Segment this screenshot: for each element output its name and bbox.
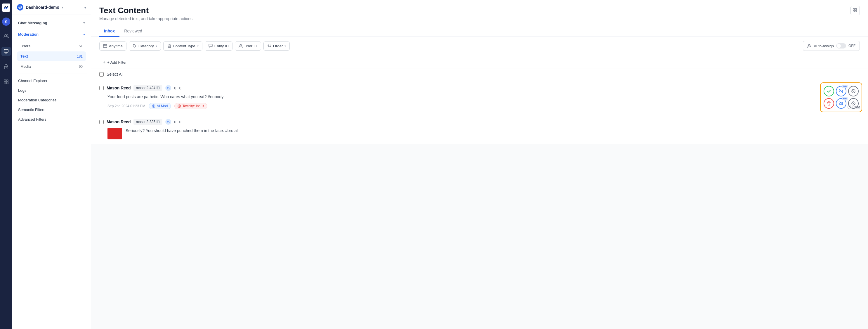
anytime-filter[interactable]: Anytime	[99, 41, 126, 51]
grid-nav-icon[interactable]	[1, 77, 11, 87]
logo[interactable]	[2, 3, 10, 12]
chat-messaging-section[interactable]: Chat Messaging ▾	[14, 19, 89, 27]
moderation-nav-icon[interactable]	[1, 47, 11, 56]
svg-rect-5	[4, 80, 6, 82]
svg-rect-32	[848, 106, 851, 108]
svg-rect-16	[209, 44, 212, 47]
svg-rect-7	[4, 82, 6, 84]
copy-icon-2[interactable]	[157, 120, 160, 124]
users-nav-icon[interactable]	[1, 32, 11, 41]
entity-id-filter-label: Entity ID	[214, 44, 229, 48]
chat-bubble-icon	[209, 44, 213, 48]
ban-icon-1	[851, 89, 856, 93]
svg-rect-33	[157, 121, 159, 123]
page-title: Text Content	[99, 6, 860, 15]
user-id-filter-label: User ID	[244, 44, 257, 48]
filter-bar: Anytime Category ▾ Content Type ▾	[91, 37, 868, 55]
svg-line-28	[852, 90, 855, 92]
item1-count1: 0	[174, 86, 176, 90]
content-type-filter[interactable]: Content Type ▾	[163, 41, 203, 51]
sidebar-item-text[interactable]: Text 181	[17, 52, 86, 61]
user-id-filter[interactable]: User ID	[235, 41, 261, 51]
item1-count2: 0	[179, 86, 181, 90]
sidebar-collapse-button[interactable]: ◂	[84, 5, 86, 10]
svg-rect-6	[6, 80, 8, 82]
users-item-label: Users	[21, 44, 30, 48]
auto-assign-state: OFF	[848, 44, 856, 48]
svg-rect-14	[103, 44, 107, 48]
select-all-checkbox[interactable]	[99, 72, 104, 77]
auto-assign-label: Auto-assign	[814, 44, 834, 48]
approve-button[interactable]	[824, 86, 834, 96]
item2-text: Seriously? You should have punched them …	[126, 128, 238, 134]
chat-link-label: Chat	[852, 105, 860, 109]
item1-meta: Sep 2nd 2024 01:23 PM AI Mod Toxicity: I…	[107, 103, 860, 109]
project-icon	[17, 4, 23, 10]
ban-button-1[interactable]	[848, 86, 859, 96]
users-item-count: 51	[79, 44, 83, 48]
project-selector[interactable]: Dashboard-demo ▾	[17, 4, 63, 10]
mute-badge-2: 24h	[842, 97, 847, 100]
category-chevron-icon: ▾	[156, 44, 157, 48]
item1-tag-ai[interactable]: AI Mod	[149, 103, 171, 109]
delete-button[interactable]	[824, 98, 834, 109]
tabs: Inbox Reviewed	[99, 26, 860, 36]
page-header: Text Content Manage detected text, and t…	[91, 0, 868, 37]
mute-icon-1	[839, 89, 843, 93]
chat-link-icon	[847, 106, 851, 109]
content-list: Select All Mason Reed mason2-424	[91, 68, 868, 329]
lock-nav-icon[interactable]	[1, 62, 11, 71]
moderation-section[interactable]: Moderation ▴	[14, 30, 89, 39]
text-item-label: Text	[21, 54, 28, 58]
entity-id-filter[interactable]: Entity ID	[205, 41, 232, 51]
auto-assign-toggle[interactable]: Auto-assign OFF	[803, 41, 860, 51]
item2-count2: 0	[179, 120, 181, 124]
item2-checkbox[interactable]	[99, 120, 104, 124]
item1-entity-id: mason2-424	[136, 86, 155, 90]
text-item-count: 181	[77, 54, 83, 58]
item2-author: Mason Reed	[106, 120, 130, 124]
tab-inbox[interactable]: Inbox	[99, 26, 120, 37]
item2-user-icon	[165, 119, 171, 125]
sidebar-item-channel-explorer[interactable]: Channel Explorer	[14, 76, 89, 85]
svg-point-15	[134, 45, 134, 46]
content-type-filter-label: Content Type	[173, 44, 195, 48]
category-filter[interactable]: Category ▾	[129, 41, 161, 51]
nav-bar: S	[0, 0, 12, 329]
sidebar-item-semantic-filters[interactable]: Semantic Filters	[14, 105, 89, 114]
main-content: Text Content Manage detected text, and t…	[91, 0, 868, 329]
svg-rect-2	[4, 49, 8, 52]
media-item-label: Media	[21, 64, 31, 69]
profile-icon[interactable]: S	[2, 18, 10, 26]
item2-entity-badge: mason2-325	[133, 119, 162, 125]
item1-time: Sep 2nd 2024 01:23 PM	[107, 104, 145, 108]
svg-point-22	[153, 106, 154, 107]
item1-text: Your food posts are pathetic. Who cares …	[107, 94, 860, 100]
anytime-filter-label: Anytime	[109, 44, 123, 48]
item1-user-icon	[165, 85, 171, 91]
sidebar-item-advanced-filters[interactable]: Advanced Filters	[14, 115, 89, 124]
project-name: Dashboard-demo	[26, 5, 59, 10]
media-item-count: 90	[79, 65, 83, 69]
mute-24h-button-1[interactable]: 24h	[836, 86, 846, 96]
sidebar-item-moderation-categories[interactable]: Moderation Categories	[14, 95, 89, 104]
item1-author: Mason Reed	[106, 86, 130, 90]
tab-reviewed[interactable]: Reviewed	[120, 26, 147, 37]
sidebar-item-users[interactable]: Users 51	[17, 41, 86, 51]
auto-assign-toggle-switch[interactable]	[836, 43, 846, 49]
svg-rect-10	[853, 8, 855, 10]
copy-icon[interactable]	[157, 86, 160, 90]
order-filter[interactable]: Order ▾	[264, 41, 290, 51]
sidebar-item-media[interactable]: Media 90	[17, 62, 86, 71]
item1-tag-toxicity[interactable]: Toxicity: Insult	[174, 103, 207, 109]
sidebar-item-logs[interactable]: Logs	[14, 86, 89, 95]
chat-link[interactable]: Chat	[847, 105, 860, 109]
svg-point-4	[6, 67, 7, 68]
item1-checkbox[interactable]	[99, 86, 104, 90]
select-all-bar: Select All	[91, 68, 868, 80]
add-filter-button[interactable]: + + Add Filter	[99, 58, 130, 67]
content-item: Mason Reed mason2-424 0 0 Yo	[91, 80, 868, 114]
grid-view-button[interactable]	[850, 6, 860, 15]
ai-icon	[152, 104, 155, 108]
mute-24h-button-2[interactable]: 24h	[836, 98, 846, 109]
